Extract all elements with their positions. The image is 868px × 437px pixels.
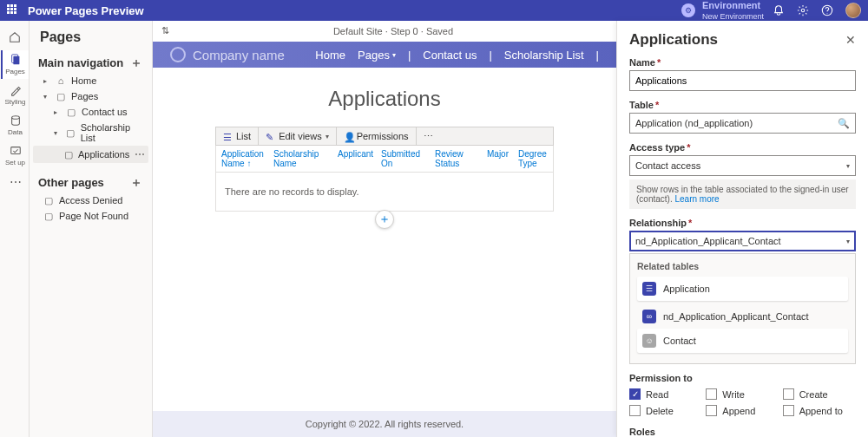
breadcrumb-step: Step 0: [391, 26, 418, 36]
rail-pages[interactable]: Pages: [1, 50, 29, 79]
site-preview-header: Company name Home Pages▾ | Contact us | …: [153, 42, 616, 68]
swap-icon[interactable]: ⇅: [161, 25, 174, 37]
site-nav-home[interactable]: Home: [315, 49, 345, 62]
table-icon: ☰: [642, 282, 656, 296]
rail-more-icon[interactable]: ⋯: [1, 172, 29, 192]
perm-read[interactable]: ✓Read: [629, 388, 702, 400]
chevron-down-icon: ▾: [392, 51, 396, 59]
save-status: Saved: [426, 26, 453, 36]
chevron-down-icon: ▾: [846, 162, 850, 170]
related-contact[interactable]: ☺Contact: [637, 329, 848, 353]
left-rail: Pages Styling Data Set up ⋯: [0, 21, 30, 437]
tree-scholarship[interactable]: ▾▢Scholarship List: [33, 120, 148, 146]
checkbox-icon: [783, 405, 794, 416]
checkbox-icon: [783, 388, 794, 400]
permissions-button[interactable]: 👤Permissions: [337, 127, 417, 145]
svg-point-4: [11, 116, 19, 120]
checkbox-checked-icon: ✓: [629, 388, 641, 400]
main-nav-heading: Main navigation ＋: [30, 52, 152, 73]
tree-applications[interactable]: ▢Applications⋯: [33, 146, 148, 163]
col-application-name[interactable]: Application Name ↑: [216, 146, 268, 172]
perm-append[interactable]: Append: [706, 405, 779, 416]
svg-rect-5: [10, 147, 20, 154]
contact-icon: ☺: [642, 334, 656, 348]
breadcrumb-site: Default Site: [333, 26, 383, 36]
user-avatar[interactable]: [845, 3, 861, 18]
checkbox-icon: [629, 405, 641, 416]
site-footer: Copyright © 2022. All rights reserved.: [153, 411, 616, 437]
related-relationship[interactable]: ∞nd_Application_Applicant_Contact: [637, 304, 848, 329]
col-review[interactable]: Review Status: [430, 146, 482, 172]
add-other-page-icon[interactable]: ＋: [129, 175, 143, 189]
site-nav-scholarship[interactable]: Scholarship List: [504, 49, 584, 62]
tree-contact[interactable]: ▸▢Contact us: [33, 104, 148, 120]
canvas: ⇅ Default Site · Step 0 · Saved Company …: [153, 21, 616, 437]
col-degree[interactable]: Degree Type: [513, 146, 551, 172]
permissions-panel: Applications ✕ Name* Table* Application …: [616, 21, 868, 437]
edit-views-button[interactable]: ✎Edit views ▾: [259, 127, 337, 145]
col-submitted[interactable]: Submitted On: [376, 146, 430, 172]
environment-picker[interactable]: Environment New Environment: [702, 0, 764, 22]
notifications-icon[interactable]: [773, 4, 785, 16]
brand-logo-icon: [170, 47, 186, 62]
table-select[interactable]: Application (nd_application)🔍: [629, 113, 856, 134]
rail-data[interactable]: Data: [1, 111, 29, 140]
tree-home[interactable]: ▸⌂Home: [33, 73, 148, 88]
access-type-select[interactable]: Contact access▾: [629, 155, 856, 176]
svg-point-0: [801, 9, 805, 12]
list-mode-button[interactable]: ☰List: [216, 127, 259, 145]
panel-title: Applications: [629, 31, 718, 49]
search-icon: 🔍: [838, 118, 850, 129]
tree-item-more-icon[interactable]: ⋯: [135, 148, 146, 160]
product-title: Power Pages Preview: [28, 4, 144, 17]
name-input[interactable]: [629, 70, 856, 91]
name-label: Name: [629, 57, 655, 68]
tree-pages[interactable]: ▾▢Pages: [33, 88, 148, 104]
col-applicant[interactable]: Applicant: [332, 146, 376, 172]
chevron-down-icon: ▾: [326, 133, 329, 140]
brand-name: Company name: [193, 48, 285, 62]
site-nav-pages[interactable]: Pages▾: [358, 49, 396, 62]
app-launcher-icon[interactable]: [7, 4, 19, 16]
learn-more-link[interactable]: Learn more: [674, 194, 719, 204]
page-navigator: Pages Main navigation ＋ ▸⌂Home ▾▢Pages ▸…: [30, 21, 153, 437]
add-section-button[interactable]: ＋: [375, 210, 394, 229]
perm-create[interactable]: Create: [783, 388, 856, 400]
svg-rect-3: [13, 56, 19, 65]
checkbox-icon: [706, 405, 717, 416]
access-type-info: Show rows in the table associated to the…: [629, 179, 856, 209]
settings-icon[interactable]: [797, 4, 809, 16]
nav-title: Pages: [30, 26, 152, 52]
other-pages-heading: Other pages ＋: [30, 172, 152, 192]
rail-home-icon[interactable]: [1, 26, 29, 49]
rail-setup[interactable]: Set up: [1, 141, 29, 170]
permission-to-label: Permission to: [629, 373, 693, 383]
relationship-select[interactable]: nd_Application_Applicant_Contact▾: [629, 231, 856, 251]
list-toolbar: ☰List ✎Edit views ▾ 👤Permissions ⋯: [215, 127, 554, 146]
help-icon[interactable]: [821, 4, 833, 16]
perm-appendto[interactable]: Append to: [783, 405, 856, 416]
related-application[interactable]: ☰Application: [637, 277, 848, 301]
relationship-dropdown: Related tables ☰Application ∞nd_Applicat…: [629, 253, 856, 364]
add-main-page-icon[interactable]: ＋: [129, 55, 143, 69]
rail-styling[interactable]: Styling: [1, 81, 29, 109]
page-title: Applications: [153, 68, 616, 127]
tree-not-found[interactable]: ▢Page Not Found: [33, 208, 148, 224]
roles-label: Roles: [629, 427, 856, 437]
close-panel-icon[interactable]: ✕: [845, 33, 856, 47]
relationship-icon: ∞: [642, 310, 656, 323]
tree-access-denied[interactable]: ▢Access Denied: [33, 192, 148, 208]
col-major[interactable]: Major: [482, 146, 513, 172]
col-scholarship-name[interactable]: Scholarship Name: [268, 146, 332, 172]
table-label: Table: [629, 100, 654, 110]
access-type-label: Access type: [629, 142, 685, 153]
chevron-down-icon: ▾: [846, 238, 850, 245]
site-nav-contact[interactable]: Contact us: [423, 49, 477, 62]
list-header-row: Application Name ↑ Scholarship Name Appl…: [215, 146, 554, 173]
perm-write[interactable]: Write: [706, 388, 779, 400]
empty-state: There are no records to display.: [215, 173, 554, 212]
related-tables-heading: Related tables: [637, 261, 848, 271]
toolbar-more-icon[interactable]: ⋯: [417, 127, 440, 145]
environment-badge-icon[interactable]: ⚙: [681, 3, 695, 17]
perm-delete[interactable]: Delete: [629, 405, 702, 416]
